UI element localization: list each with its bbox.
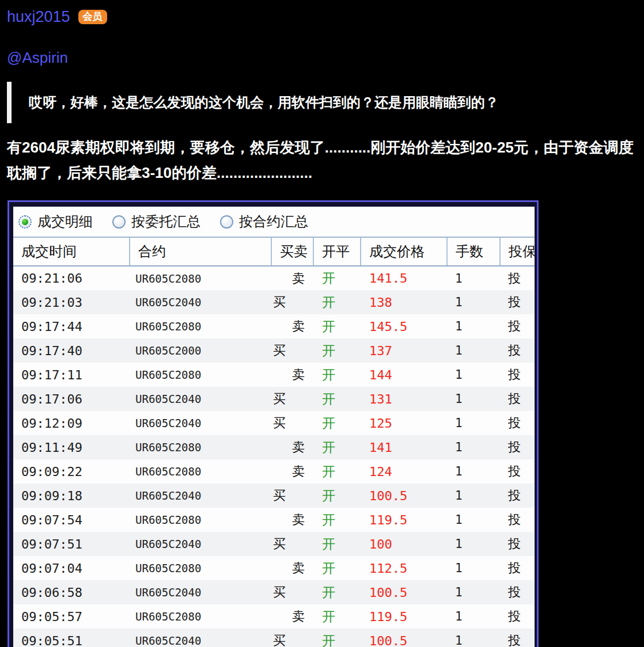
cell-side: 卖 xyxy=(271,363,313,387)
view-mode-radio-group: 成交明细按委托汇总按合约汇总 xyxy=(13,207,535,238)
username-link[interactable]: huxj2015 xyxy=(7,8,70,26)
fill-row[interactable]: 09:17:11UR605C2080卖开1441投 xyxy=(13,363,535,387)
fill-row[interactable]: 09:17:40UR605C2000买开1371投 xyxy=(13,338,535,363)
cell-price: 138 xyxy=(361,290,447,314)
cell-price: 141.5 xyxy=(361,266,447,290)
column-header-3[interactable]: 开平 xyxy=(313,238,361,266)
trade-app-screenshot: 成交明细按委托汇总按合约汇总 成交时间合约买卖开平成交价格手数投保 09:21:… xyxy=(7,200,539,647)
cell-lots: 1 xyxy=(447,556,500,580)
forum-post: huxj2015 会员 @Aspirin 哎呀，好棒，这是怎么发现的这个机会，用… xyxy=(0,0,644,647)
cell-flag: 投 xyxy=(500,508,535,532)
cell-time: 09:11:49 xyxy=(13,435,130,459)
fill-row[interactable]: 09:05:51UR605C2040买开100.51投 xyxy=(13,629,535,647)
cell-time: 09:06:58 xyxy=(13,580,130,604)
cell-side: 买 xyxy=(271,629,313,647)
cell-flag: 投 xyxy=(500,556,535,580)
cell-price: 112.5 xyxy=(361,556,447,580)
cell-cont: UR605C2000 xyxy=(130,338,271,363)
cell-open: 开 xyxy=(313,338,361,363)
cell-flag: 投 xyxy=(500,532,535,556)
view-mode-radio-2[interactable]: 按合约汇总 xyxy=(220,212,308,231)
radio-selected-icon[interactable] xyxy=(18,215,32,229)
trade-panel: 成交明细按委托汇总按合约汇总 成交时间合约买卖开平成交价格手数投保 09:21:… xyxy=(13,207,535,647)
column-header-5[interactable]: 手数 xyxy=(447,238,500,266)
fill-row[interactable]: 09:05:57UR605C2080卖开119.51投 xyxy=(13,604,535,629)
cell-open: 开 xyxy=(313,266,361,290)
fill-row[interactable]: 09:09:22UR605C2080卖开1241投 xyxy=(13,459,535,484)
cell-side: 买 xyxy=(271,532,313,556)
cell-price: 144 xyxy=(361,363,447,387)
cell-time: 09:21:06 xyxy=(13,266,130,290)
view-mode-radio-1[interactable]: 按委托汇总 xyxy=(112,212,200,231)
cell-cont: UR605C2080 xyxy=(130,435,271,459)
fill-row[interactable]: 09:21:03UR605C2040买开1381投 xyxy=(13,290,535,314)
cell-side: 卖 xyxy=(271,508,313,532)
cell-side: 卖 xyxy=(271,314,313,338)
cell-open: 开 xyxy=(313,604,361,629)
cell-side: 卖 xyxy=(271,604,313,629)
cell-flag: 投 xyxy=(500,338,535,363)
cell-open: 开 xyxy=(313,387,361,411)
cell-price: 100.5 xyxy=(361,629,447,647)
cell-price: 119.5 xyxy=(361,508,447,532)
column-header-0[interactable]: 成交时间 xyxy=(13,238,130,266)
cell-cont: UR605C2080 xyxy=(130,266,271,290)
cell-price: 141 xyxy=(361,435,447,459)
mention-link[interactable]: @Aspirin xyxy=(7,49,644,67)
fill-row[interactable]: 09:17:44UR605C2080卖开145.51投 xyxy=(13,314,535,338)
cell-price: 125 xyxy=(361,411,447,435)
fill-row[interactable]: 09:06:58UR605C2040买开100.51投 xyxy=(13,580,535,604)
column-header-4[interactable]: 成交价格 xyxy=(361,238,447,266)
fill-row[interactable]: 09:07:51UR605C2040买开1001投 xyxy=(13,532,535,556)
post-body-text: 有2604尿素期权即将到期，要移仓，然后发现了...........刚开始价差达… xyxy=(7,135,642,185)
cell-side: 买 xyxy=(271,290,313,314)
fill-row[interactable]: 09:09:18UR605C2040买开100.51投 xyxy=(13,484,535,508)
cell-cont: UR605C2080 xyxy=(130,363,271,387)
column-header-6[interactable]: 投保 xyxy=(500,238,535,266)
cell-time: 09:17:44 xyxy=(13,314,130,338)
cell-open: 开 xyxy=(313,290,361,314)
cell-open: 开 xyxy=(313,459,361,484)
radio-unselected-icon[interactable] xyxy=(220,215,233,229)
cell-price: 100 xyxy=(361,532,447,556)
fill-row[interactable]: 09:11:49UR605C2080卖开1411投 xyxy=(13,435,535,459)
cell-time: 09:05:51 xyxy=(13,629,130,647)
cell-cont: UR605C2080 xyxy=(130,556,271,580)
column-header-2[interactable]: 买卖 xyxy=(271,238,313,266)
cell-flag: 投 xyxy=(500,411,535,435)
cell-cont: UR605C2040 xyxy=(130,580,271,604)
post-header: huxj2015 会员 xyxy=(0,0,644,26)
column-header-1[interactable]: 合约 xyxy=(130,238,271,266)
fill-row[interactable]: 09:07:54UR605C2080卖开119.51投 xyxy=(13,508,535,532)
cell-lots: 1 xyxy=(447,508,500,532)
cell-price: 119.5 xyxy=(361,604,447,629)
cell-side: 买 xyxy=(271,580,313,604)
cell-lots: 1 xyxy=(447,387,500,411)
radio-label: 按委托汇总 xyxy=(131,212,200,231)
cell-lots: 1 xyxy=(447,411,500,435)
cell-flag: 投 xyxy=(500,266,535,290)
cell-cont: UR605C2040 xyxy=(130,629,271,647)
cell-time: 09:07:51 xyxy=(13,532,130,556)
view-mode-radio-0[interactable]: 成交明细 xyxy=(18,212,93,231)
cell-time: 09:21:03 xyxy=(13,290,130,314)
cell-flag: 投 xyxy=(500,580,535,604)
cell-lots: 1 xyxy=(447,484,500,508)
cell-time: 09:05:57 xyxy=(13,604,130,629)
cell-lots: 1 xyxy=(447,629,500,647)
cell-side: 买 xyxy=(271,338,313,363)
fill-row[interactable]: 09:21:06UR605C2080卖开141.51投 xyxy=(13,266,535,290)
cell-time: 09:17:06 xyxy=(13,387,130,411)
cell-price: 145.5 xyxy=(361,314,447,338)
fill-row[interactable]: 09:17:06UR605C2040买开1311投 xyxy=(13,387,535,411)
cell-flag: 投 xyxy=(500,314,535,338)
radio-unselected-icon[interactable] xyxy=(112,215,126,229)
cell-cont: UR605C2040 xyxy=(130,411,271,435)
cell-lots: 1 xyxy=(447,532,500,556)
cell-lots: 1 xyxy=(447,459,500,484)
cell-open: 开 xyxy=(313,363,361,387)
fill-row[interactable]: 09:12:09UR605C2040买开1251投 xyxy=(13,411,535,435)
cell-cont: UR605C2080 xyxy=(130,314,271,338)
cell-cont: UR605C2080 xyxy=(130,508,271,532)
fill-row[interactable]: 09:07:04UR605C2080卖开112.51投 xyxy=(13,556,535,580)
